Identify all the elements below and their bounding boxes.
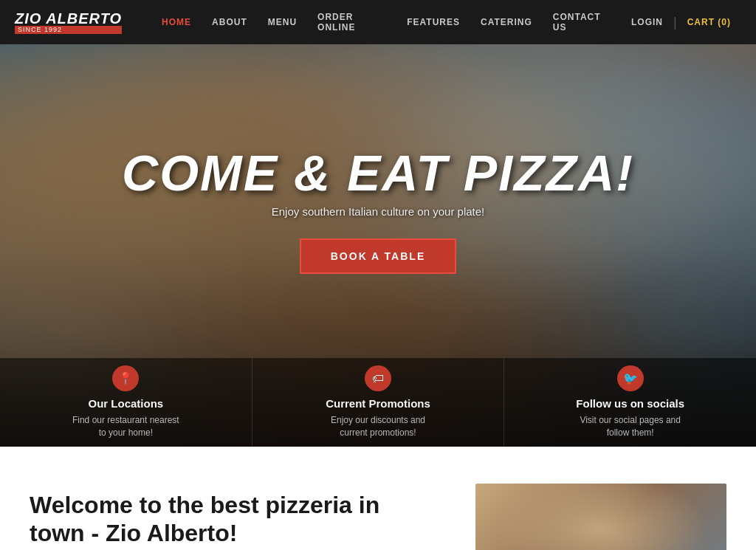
feature-socials-desc: Visit our social pages andfollow them! (580, 414, 681, 439)
socials-icon: 🐦 (617, 365, 644, 391)
nav-item-features[interactable]: FEATURES (396, 0, 470, 44)
nav-link-about[interactable]: ABOUT (202, 0, 258, 44)
book-table-button[interactable]: BOOK A TABLE (300, 238, 456, 274)
feature-promotions[interactable]: 🏷 Current Promotions Enjoy our discounts… (252, 358, 505, 447)
below-hero-image (475, 484, 726, 550)
promotions-icon: 🏷 (365, 365, 391, 391)
feature-socials-title: Follow us on socials (576, 397, 684, 410)
nav-link-contact[interactable]: CONTACT US (543, 0, 621, 44)
below-hero-section: Welcome to the best pizzeria intown - Zi… (0, 447, 756, 550)
hero-content: COME & EAT PIZZA! Enjoy southern Italian… (0, 44, 756, 274)
feature-locations[interactable]: 📍 Our Locations Find our restaurant near… (0, 358, 252, 447)
nav-link-menu[interactable]: MENU (258, 0, 307, 44)
nav-item-contact[interactable]: CONTACT US (543, 0, 621, 44)
nav-item-order-online[interactable]: ORDER ONLINE (307, 0, 396, 44)
nav-item-menu[interactable]: MENU (258, 0, 307, 44)
feature-promotions-desc: Enjoy our discounts andcurrent promotion… (331, 414, 425, 439)
nav-right: LOGIN | CART (0) (621, 15, 741, 30)
nav-item-home[interactable]: HOME (151, 0, 202, 44)
brand-logo[interactable]: ZIO ALBERTO SINCE 1992 (15, 11, 122, 34)
brand-tagline: SINCE 1992 (15, 26, 122, 34)
below-heading: Welcome to the best pizzeria intown - Zi… (30, 491, 431, 548)
hero-subtitle: Enjoy southern Italian culture on your p… (272, 205, 485, 218)
brand-name: ZIO ALBERTO (15, 11, 122, 26)
locations-icon: 📍 (112, 365, 139, 391)
nav-link-features[interactable]: FEATURES (396, 0, 470, 44)
feature-locations-desc: Find our restaurant nearestto your home! (72, 414, 179, 439)
nav-link-order-online[interactable]: ORDER ONLINE (307, 0, 396, 44)
hero-title: COME & EAT PIZZA! (122, 148, 634, 198)
feature-locations-title: Our Locations (88, 397, 163, 410)
nav-links: HOME ABOUT MENU ORDER ONLINE FEATURES CA… (151, 0, 621, 44)
feature-socials[interactable]: 🐦 Follow us on socials Visit our social … (504, 358, 756, 447)
nav-item-about[interactable]: ABOUT (202, 0, 258, 44)
navbar: ZIO ALBERTO SINCE 1992 HOME ABOUT MENU O… (0, 0, 756, 44)
nav-item-catering[interactable]: CATERING (470, 0, 543, 44)
cart-link[interactable]: CART (0) (677, 17, 741, 27)
login-link[interactable]: LOGIN (621, 17, 673, 27)
nav-link-home[interactable]: HOME (151, 0, 202, 44)
feature-promotions-title: Current Promotions (326, 397, 430, 410)
hero-section: COME & EAT PIZZA! Enjoy southern Italian… (0, 44, 756, 447)
nav-link-catering[interactable]: CATERING (470, 0, 543, 44)
below-text: Welcome to the best pizzeria intown - Zi… (30, 484, 431, 550)
hero-features-bar: 📍 Our Locations Find our restaurant near… (0, 358, 756, 447)
